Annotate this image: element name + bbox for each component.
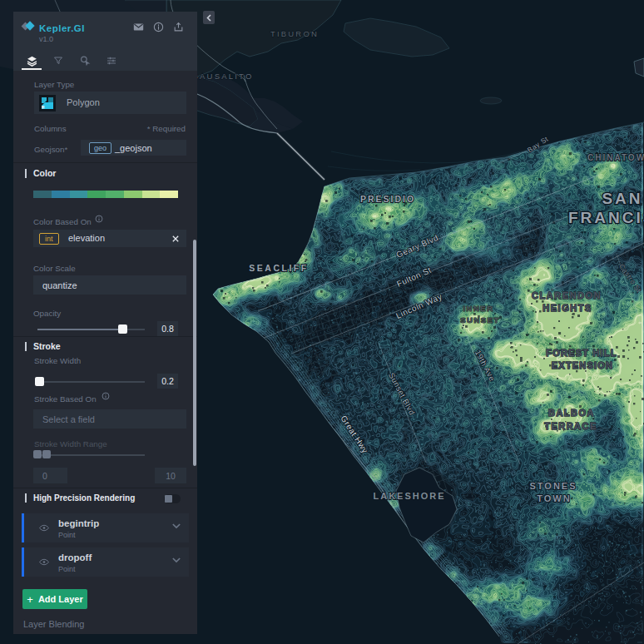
- svg-text:CLARENDON: CLARENDON: [532, 290, 602, 300]
- svg-text:SAUSALITO: SAUSALITO: [193, 72, 254, 81]
- svg-text:FRANCISCO: FRANCISCO: [568, 209, 644, 226]
- svg-text:LAKESHORE: LAKESHORE: [373, 491, 445, 501]
- svg-text:SEACLIFF: SEACLIFF: [249, 263, 308, 273]
- svg-text:FOREST HILL: FOREST HILL: [546, 348, 617, 358]
- svg-text:PRESIDIO: PRESIDIO: [360, 194, 415, 204]
- svg-text:SAN: SAN: [602, 190, 642, 207]
- svg-text:TOWN: TOWN: [537, 493, 571, 503]
- svg-text:BALBOA: BALBOA: [548, 408, 595, 418]
- svg-text:CHINATOWN: CHINATOWN: [587, 153, 644, 162]
- svg-text:INNER: INNER: [463, 304, 493, 313]
- svg-text:HEIGHTS: HEIGHTS: [542, 303, 592, 313]
- svg-text:TIBURON: TIBURON: [270, 29, 319, 38]
- svg-text:STONES: STONES: [529, 481, 577, 491]
- svg-text:TERRACE: TERRACE: [544, 421, 597, 431]
- svg-text:SUNSET: SUNSET: [460, 315, 500, 324]
- svg-text:EXTENSION: EXTENSION: [552, 360, 613, 370]
